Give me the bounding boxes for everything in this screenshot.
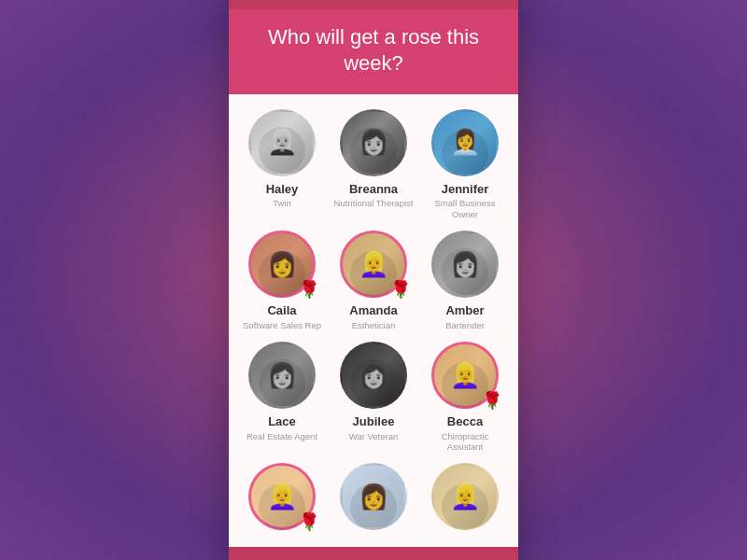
contestant-p12[interactable]: 👱‍♀️ [423, 463, 507, 536]
contestant-job: Bartender [445, 320, 485, 330]
avatar-wrap: 👩‍💼 [431, 109, 499, 176]
contestant-becca[interactable]: 👱‍♀️🌹BeccaChiropractic Assistant [423, 342, 507, 452]
avatar: 👩 [340, 342, 407, 409]
poll-card: THE BACHELOR Who will get a rose this we… [229, 0, 518, 560]
contestant-lace[interactable]: 👩LaceReal Estate Agent [240, 342, 324, 452]
contestant-jennifer[interactable]: 👩‍💼JenniferSmall Business Owner [423, 109, 507, 219]
contestant-job: War Veteran [349, 431, 398, 441]
avatar: 👩 [340, 109, 407, 176]
contestant-breanna[interactable]: 👩BreannaNutritional Therapist [331, 109, 416, 219]
contestant-amanda[interactable]: 👱‍♀️🌹AmandaEsthetician [331, 231, 416, 330]
card-question: Who will get a rose this week? [229, 9, 518, 94]
rose-badge: 🌹 [480, 388, 504, 413]
contestant-p10[interactable]: 👱‍♀️🌹 [240, 463, 324, 536]
avatar: 👩 [248, 342, 316, 409]
question-text: Who will get a rose this week? [247, 24, 500, 77]
card-footer: 7 / 8 Selected [229, 547, 518, 560]
contestant-job: Chiropractic Assistant [423, 431, 507, 453]
contestant-name: Breanna [349, 182, 398, 197]
contestant-name: Amanda [349, 303, 397, 318]
avatar-wrap: 👱‍♀️ [248, 109, 316, 176]
avatar: 👱‍♀️ [431, 463, 499, 530]
contestant-jubilee[interactable]: 👩JubileeWar Veteran [331, 342, 416, 452]
contestant-job: Esthetician [352, 320, 395, 330]
avatar: 👩‍💼 [431, 109, 499, 176]
contestant-job: Twin [273, 198, 291, 208]
avatar-wrap: 👱‍♀️ [431, 463, 499, 530]
avatar-wrap: 👱‍♀️🌹 [340, 231, 407, 298]
contestant-amber[interactable]: 👩AmberBartender [423, 231, 507, 330]
rose-badge: 🌹 [297, 510, 321, 534]
avatar: 👩 [431, 231, 499, 298]
contestant-caila[interactable]: 👩🌹CailaSoftware Sales Rep [240, 231, 324, 330]
contestant-job: Software Sales Rep [243, 320, 321, 330]
avatar-wrap: 👩 [340, 342, 407, 409]
avatar-wrap: 👩 [340, 109, 407, 176]
contestant-job: Nutritional Therapist [334, 198, 414, 208]
contestant-name: Jennifer [442, 182, 489, 197]
contestant-name: Lace [268, 414, 296, 429]
avatar: 👩 [340, 463, 407, 530]
rose-badge: 🌹 [297, 277, 321, 301]
avatar-wrap: 👩 [340, 463, 407, 530]
avatar: 👱‍♀️ [248, 109, 316, 176]
avatar-wrap: 👱‍♀️🌹 [248, 463, 316, 530]
contestants-grid: 👱‍♀️HaleyTwin👩BreannaNutritional Therapi… [240, 109, 507, 537]
contestant-haley[interactable]: 👱‍♀️HaleyTwin [240, 109, 324, 219]
card-body: 👱‍♀️HaleyTwin👩BreannaNutritional Therapi… [229, 94, 518, 548]
contestant-name: Becca [447, 414, 483, 429]
rose-badge: 🌹 [388, 277, 413, 301]
card-header: THE BACHELOR [229, 0, 518, 9]
avatar-wrap: 👱‍♀️🌹 [431, 342, 499, 409]
contestant-name: Amber [445, 303, 484, 318]
contestant-name: Caila [267, 303, 296, 318]
contestant-name: Jubilee [353, 414, 395, 429]
avatar-wrap: 👩 [248, 342, 316, 409]
avatar-wrap: 👩 [431, 231, 499, 298]
contestant-name: Haley [266, 182, 299, 197]
avatar-wrap: 👩🌹 [248, 231, 316, 298]
contestant-p11[interactable]: 👩 [331, 463, 416, 536]
contestant-job: Small Business Owner [423, 198, 507, 219]
contestant-job: Real Estate Agent [247, 431, 317, 441]
